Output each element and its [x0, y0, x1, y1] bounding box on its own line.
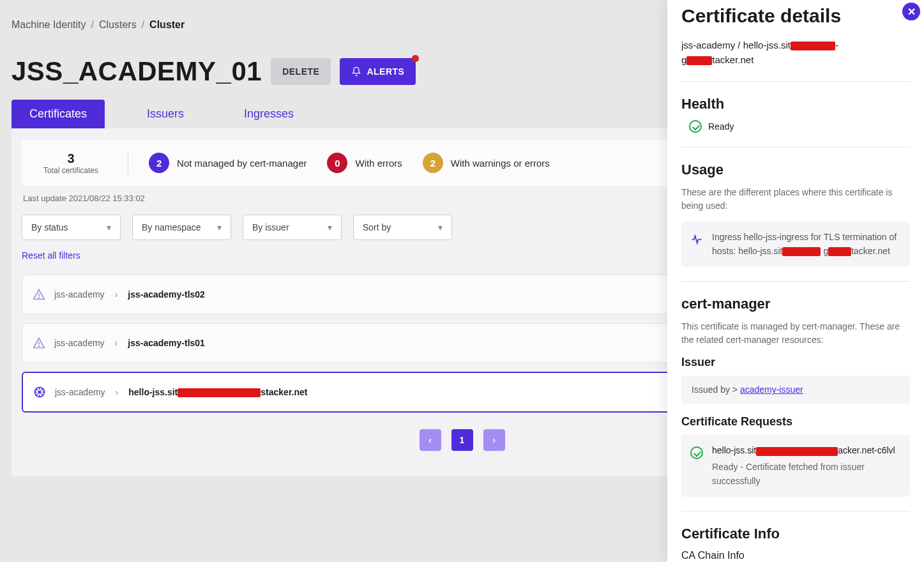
alerts-button[interactable]: ALERTS — [340, 58, 416, 85]
ca-chain-heading: CA Chain Info — [681, 550, 910, 561]
divider — [681, 147, 910, 148]
crumb-sep: / — [91, 19, 94, 31]
certificate-details-drawer: ✕ Certificate details jss-academy / hell… — [667, 0, 924, 562]
divider — [681, 281, 910, 282]
crumb-clusters[interactable]: Clusters — [99, 19, 137, 31]
page-next-button[interactable]: › — [483, 429, 505, 451]
alert-dot-icon — [412, 55, 419, 62]
check-circle-icon — [690, 446, 703, 459]
health-status: Ready — [708, 121, 734, 132]
cr-post: acker.net-c6lvl — [838, 445, 895, 455]
path-line2-post: tacker.net — [712, 54, 754, 65]
arrow-sep: › — [115, 338, 118, 348]
redacted-text — [791, 42, 835, 50]
issuer-heading: Issuer — [681, 356, 910, 369]
usage-l2-pre: g — [823, 246, 828, 256]
page-title: JSS_ACADEMY_01 — [11, 56, 262, 87]
chevron-down-icon: ▾ — [107, 222, 111, 232]
arrow-sep: › — [115, 289, 118, 300]
page-prev-button[interactable]: ‹ — [420, 429, 441, 451]
issuer-card: Issued by > academy-issuer — [681, 376, 910, 404]
arrow-sep: › — [116, 387, 119, 397]
filter-status[interactable]: By status▾ — [22, 215, 121, 240]
crumb-root[interactable]: Machine Identity — [11, 19, 86, 31]
reset-filters-link[interactable]: Reset all filters — [22, 250, 80, 261]
cert-namespace: jss-academy — [54, 289, 105, 300]
filter-status-label: By status — [31, 222, 68, 232]
alerts-label: ALERTS — [367, 66, 404, 77]
redacted-text — [782, 247, 821, 256]
cm-description: This certificate is managed by cert-mana… — [681, 320, 910, 347]
chevron-down-icon: ▾ — [217, 222, 222, 232]
stat-label: With warnings or errors — [451, 158, 550, 169]
stat-label: With errors — [355, 158, 402, 169]
crumb-sep: / — [142, 19, 144, 31]
redacted-text — [178, 388, 261, 397]
cm-heading: cert-manager — [681, 296, 910, 312]
filter-namespace[interactable]: By namespace▾ — [132, 215, 231, 240]
cert-request-status: Ready - Certificate fetched from issuer … — [712, 460, 901, 488]
divider — [681, 511, 910, 512]
cert-name-pre: hello-jss.sit — [128, 387, 178, 397]
divider — [128, 150, 128, 176]
filter-issuer[interactable]: By issuer▾ — [243, 215, 342, 240]
usage-l2-post: tacker.net — [851, 246, 890, 256]
cert-name: hello-jss.sitstacker.net — [128, 387, 307, 397]
total-label: Total certificates — [43, 166, 98, 175]
chevron-down-icon: ▾ — [438, 222, 443, 232]
usage-heading: Usage — [681, 162, 910, 178]
page-1-button[interactable]: 1 — [451, 429, 473, 451]
path-line2-pre: g — [681, 54, 686, 65]
pulse-icon — [690, 233, 703, 246]
total-count: 3 — [43, 151, 98, 166]
stat-unmanaged[interactable]: 2 Not managed by cert-manager — [149, 153, 307, 173]
crumb-current: Cluster — [149, 19, 185, 31]
cert-name-post: stacker.net — [261, 387, 307, 397]
sort-by[interactable]: Sort by▾ — [353, 215, 452, 240]
path-line1: jss-academy / hello-jss.sit — [681, 40, 791, 50]
cert-request-text: hello-jss.sitacker.net-c6lvl Ready - Cer… — [712, 444, 901, 488]
warning-icon — [33, 288, 45, 301]
usage-text: Ingress hello-jss-ingress for TLS termin… — [712, 231, 901, 258]
issuer-link[interactable]: academy-issuer — [740, 384, 803, 395]
issued-by-label: Issued by > — [692, 384, 740, 395]
badge-unmanaged: 2 — [149, 153, 169, 173]
sort-by-label: Sort by — [363, 222, 391, 232]
svg-point-1 — [39, 346, 40, 347]
tab-issuers[interactable]: Issuers — [129, 100, 202, 128]
check-circle-icon — [689, 120, 702, 133]
drawer-subtitle: jss-academy / hello-jss.sit- gtacker.net — [681, 38, 910, 67]
badge-errors: 0 — [327, 153, 347, 173]
tab-ingresses[interactable]: Ingresses — [226, 100, 312, 128]
cr-pre: hello-jss.sit — [712, 445, 756, 455]
cert-request-name: hello-jss.sitacker.net-c6lvl — [712, 444, 901, 458]
usage-description: These are the different places where thi… — [681, 186, 910, 213]
usage-card: Ingress hello-jss-ingress for TLS termin… — [681, 222, 910, 267]
svg-point-0 — [39, 298, 40, 298]
cert-namespace: jss-academy — [55, 387, 105, 397]
cert-name: jss-academy-tls02 — [128, 289, 205, 300]
drawer-title: Certificate details — [681, 5, 910, 27]
badge-warnings: 2 — [423, 153, 443, 173]
stat-label: Not managed by cert-manager — [177, 158, 307, 169]
total-certificates: 3 Total certificates — [34, 151, 107, 175]
helm-icon — [33, 386, 46, 399]
cert-namespace: jss-academy — [54, 338, 105, 348]
redacted-text — [686, 56, 712, 65]
health-heading: Health — [681, 96, 910, 112]
cert-name: jss-academy-tls01 — [128, 338, 205, 348]
bell-icon — [351, 66, 361, 77]
stat-errors[interactable]: 0 With errors — [327, 153, 402, 173]
chevron-down-icon: ▾ — [328, 222, 332, 232]
close-icon[interactable]: ✕ — [902, 3, 920, 20]
cert-info-heading: Certificate Info — [681, 526, 910, 542]
filter-namespace-label: By namespace — [142, 222, 201, 232]
divider — [681, 81, 910, 82]
redacted-text — [828, 247, 851, 256]
delete-button[interactable]: DELETE — [271, 58, 331, 85]
stat-warnings[interactable]: 2 With warnings or errors — [423, 153, 550, 173]
redacted-text — [756, 447, 838, 456]
tab-certificates[interactable]: Certificates — [11, 100, 105, 128]
svg-point-3 — [38, 391, 40, 393]
cert-requests-heading: Certificate Requests — [681, 415, 910, 429]
